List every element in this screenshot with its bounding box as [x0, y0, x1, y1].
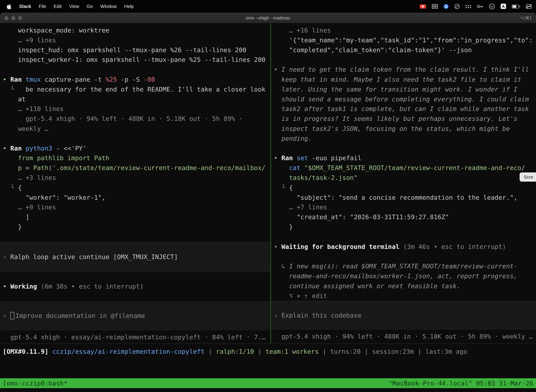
terminal-line: ] [3, 212, 268, 222]
terminal-line: weekly … [3, 124, 268, 134]
terminal-line: workspace_mode: worktree [3, 26, 268, 36]
text-cursor [10, 312, 14, 319]
terminal-line: inspect task2's JSON, focusing on the st… [274, 124, 533, 134]
text-segment: Ralph loop active continue [OMX_TMUX_INJ… [10, 253, 178, 261]
text-segment: tmux [25, 76, 44, 83]
window-titlebar[interactable]: omx --xhigh --madmax ⌥⌘1 [0, 13, 536, 23]
terminal-line: cat "$OMX_TEAM_STATE_ROOT/team/review-cu… [274, 163, 533, 173]
terminal-line: └ { [274, 183, 533, 193]
text-segment: inspect_hud: omx sparkshell --tmux-pane … [3, 46, 247, 54]
terminal-line [274, 144, 533, 154]
terminal-line: from pathlib import Path [3, 154, 268, 163]
pane-status-line: gpt-5.4 xhigh · essay/ai-reimplementatio… [3, 332, 268, 342]
terminal-line: at [3, 94, 268, 104]
input-source-icon[interactable]: A [500, 3, 506, 9]
tmux-panes: workspace_mode: worktree … +9 lines insp… [0, 23, 536, 344]
text-segment: team:1 workers [266, 348, 319, 355]
blank-line [274, 252, 533, 261]
text-segment: "$OMX_TEAM_STATE_ROOT/team/review-curren… [304, 164, 525, 171]
zoom-window-button[interactable] [18, 16, 22, 20]
terminal-line: inspect_hud: omx sparkshell --tmux-pane … [3, 45, 268, 55]
text-segment: task2 after task1 is complete, but can I… [274, 105, 529, 112]
text-segment: should send a message before completing … [274, 95, 529, 103]
menu-view[interactable]: View [65, 4, 83, 9]
terminal-line: keep that in mind. Maybe I also need the… [274, 75, 533, 85]
text-segment: set [297, 154, 312, 162]
battery-icon[interactable] [512, 4, 520, 8]
blank-line [3, 292, 268, 301]
text-segment [274, 164, 289, 171]
password-key-icon[interactable] [477, 4, 483, 9]
text-segment: … +3 lines [3, 174, 56, 181]
text-segment: capture-pane [45, 76, 94, 83]
text-segment: • [3, 145, 10, 152]
menu-help[interactable]: Help [120, 4, 138, 9]
menu-window[interactable]: Window [96, 4, 120, 9]
terminal-line: "completed","claim_token":"claim-token"}… [274, 45, 533, 55]
minimize-window-button[interactable] [11, 16, 15, 20]
app-menu-slack[interactable]: Slack [15, 4, 35, 9]
menu-file[interactable]: File [35, 4, 50, 9]
text-segment: … +9 lines [3, 204, 56, 211]
right-pane[interactable]: … +16 lines '{"team_name":"my-team","tas… [271, 23, 536, 343]
text-segment: | [205, 348, 216, 355]
text-segment: └ [274, 184, 289, 191]
text-segment: • [274, 243, 281, 250]
text-segment: 1 new msg(s): read $OMX_TEAM_STATE_ROOT/… [289, 263, 517, 270]
text-segment: readme-and-reco/mailbox/worker-1.json, a… [274, 272, 517, 280]
app-grid-icon[interactable] [465, 4, 471, 9]
text-segment: tasks/task-2.json" [274, 174, 358, 181]
bottom-strip [0, 388, 536, 392]
text-segment: cat [289, 164, 304, 171]
screen-overlay-tooltip[interactable]: Scre [520, 173, 536, 182]
menu-bar: Slack File Edit View Go Window Help [0, 0, 536, 13]
text-segment: ↳ [274, 263, 289, 270]
text-segment: python3 [25, 145, 56, 152]
text-segment: session:23m [372, 348, 414, 355]
pane-status-line: gpt-5.4 xhigh · 94% left · 488K in · 5.1… [274, 332, 533, 342]
sync-app-icon[interactable] [443, 4, 449, 9]
text-segment: • [274, 154, 281, 162]
apple-menu-icon[interactable] [7, 4, 11, 9]
window-grid-icon[interactable] [432, 4, 438, 9]
text-segment: last:3m ago [425, 348, 467, 355]
text-segment: -euo pipefail [312, 154, 361, 162]
text-segment: [OMX#0.11.9] [3, 348, 48, 355]
terminal-empty-area [0, 363, 536, 378]
composer-input[interactable]: › Improve documentation in @filename [0, 301, 270, 330]
terminal-line: tasks/task-2.json" [274, 173, 533, 183]
text-segment: Ran [10, 76, 26, 83]
composer-input-right[interactable]: › Explain this codebase [271, 301, 536, 330]
menu-go[interactable]: Go [83, 4, 96, 9]
terminal-line: pending. [274, 134, 533, 144]
browser-app-icon[interactable] [454, 4, 460, 9]
screen-recording-icon[interactable] [419, 4, 426, 9]
text-segment: is in progress? It seems likely but perh… [274, 115, 517, 122]
battery-percent-badge[interactable]: 61 [489, 3, 495, 9]
text-segment: - <<'PY' [56, 145, 86, 152]
text-segment: … +7 lines [274, 204, 327, 211]
terminal-line: └ be necessary for the end of the README… [3, 85, 268, 94]
terminal-line: … +110 lines [3, 104, 268, 114]
text-segment: keep that in mind. Maybe I also need the… [274, 76, 521, 83]
text-segment: └ [3, 184, 18, 191]
text-segment: … +9 lines [3, 37, 56, 44]
terminal-line: • Ran set -euo pipefail [274, 154, 533, 163]
terminal-line [274, 55, 533, 65]
close-window-button[interactable] [5, 16, 9, 20]
traffic-lights [5, 16, 22, 20]
text-segment: ] [3, 213, 29, 221]
control-center-icon[interactable] [526, 4, 532, 9]
terminal-line: • Ran tmux capture-pane -t %25 -p -S -80 [3, 75, 268, 85]
terminal-line: "created_at": "2026-03-31T11:59:27.816Z" [274, 212, 533, 222]
menu-edit[interactable]: Edit [50, 4, 65, 9]
terminal-line: '{"team_name":"my-team","task_id":"1","f… [274, 36, 533, 45]
text-segment: later. Using the same for transition mig… [274, 85, 517, 93]
terminal-line [3, 65, 268, 75]
ralph-loop-prompt[interactable]: › Ralph loop active continue [OMX_TMUX_I… [0, 242, 270, 272]
terminal-line: } [3, 222, 268, 232]
left-pane[interactable]: workspace_mode: worktree … +9 lines insp… [0, 23, 270, 343]
text-segment: p = Path('.omx/state/team/review-current… [3, 164, 266, 171]
text-segment: └ [3, 85, 26, 93]
text-segment: … +110 lines [3, 105, 64, 112]
